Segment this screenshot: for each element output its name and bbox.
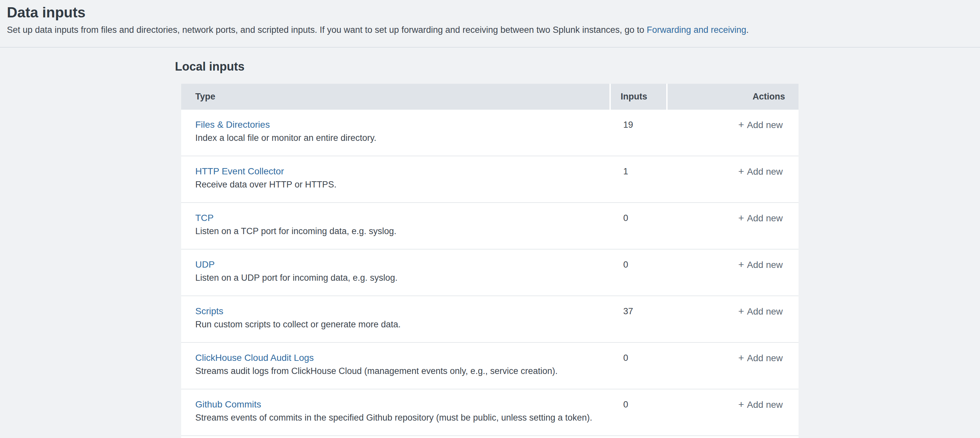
table-row: Github Commits Streams events of commits… xyxy=(181,389,799,436)
inputs-count: 0 xyxy=(609,343,665,389)
column-header-type: Type xyxy=(181,84,609,110)
inputs-count: 1 xyxy=(609,156,665,202)
input-type-link[interactable]: Scripts xyxy=(195,305,223,318)
local-inputs-section: Local inputs Type Inputs Actions Files &… xyxy=(175,48,980,438)
table-row: Files & Directories Index a local file o… xyxy=(181,110,799,156)
input-type-description: Index a local file or monitor an entire … xyxy=(195,131,609,145)
table-row: UDP Listen on a UDP port for incoming da… xyxy=(181,250,799,296)
plus-icon: + xyxy=(738,259,745,270)
page-subtitle-text: Set up data inputs from files and direct… xyxy=(7,25,647,35)
column-header-inputs: Inputs xyxy=(611,84,666,110)
inputs-count: 37 xyxy=(609,296,665,342)
inputs-count: 0 xyxy=(609,203,665,249)
inputs-count: 19 xyxy=(609,110,665,156)
page-title: Data inputs xyxy=(7,3,980,22)
page-subtitle-period: . xyxy=(746,25,749,35)
add-new-label: Add new xyxy=(747,213,783,223)
table-header-row: Type Inputs Actions xyxy=(181,84,799,110)
plus-icon: + xyxy=(738,352,745,363)
input-type-link[interactable]: TCP xyxy=(195,212,214,225)
table-row: ClickHouse Cloud Audit Logs Streams audi… xyxy=(181,343,799,389)
input-type-link[interactable]: Files & Directories xyxy=(195,118,270,131)
add-new-label: Add new xyxy=(747,400,783,410)
add-new-label: Add new xyxy=(747,306,783,317)
add-new-label: Add new xyxy=(747,260,783,270)
data-inputs-table: Type Inputs Actions Files & Directories … xyxy=(181,84,799,438)
section-heading: Local inputs xyxy=(175,59,980,74)
table-row: TCP Listen on a TCP port for incoming da… xyxy=(181,203,799,250)
add-new-button[interactable]: +Add new xyxy=(738,212,783,225)
input-type-link[interactable]: HTTP Event Collector xyxy=(195,165,284,178)
add-new-button[interactable]: +Add new xyxy=(738,398,783,411)
plus-icon: + xyxy=(738,399,745,410)
table-row: Scripts Run custom scripts to collect or… xyxy=(181,296,799,343)
plus-icon: + xyxy=(738,166,745,177)
add-new-label: Add new xyxy=(747,353,783,363)
add-new-button[interactable]: +Add new xyxy=(738,258,783,272)
table-row-partial xyxy=(181,436,799,438)
add-new-button[interactable]: +Add new xyxy=(738,118,783,132)
input-type-description: Streams audit logs from ClickHouse Cloud… xyxy=(195,365,609,377)
add-new-button[interactable]: +Add new xyxy=(738,305,783,318)
page-header: Data inputs Set up data inputs from file… xyxy=(0,0,980,48)
input-type-link[interactable]: UDP xyxy=(195,258,215,271)
page-subtitle: Set up data inputs from files and direct… xyxy=(7,24,980,35)
inputs-count: 0 xyxy=(609,250,665,296)
input-type-link[interactable]: Github Commits xyxy=(195,398,261,411)
input-type-description: Streams events of commits in the specifi… xyxy=(195,411,609,424)
inputs-count: 0 xyxy=(609,389,665,435)
input-type-description: Run custom scripts to collect or generat… xyxy=(195,318,609,331)
input-type-description: Listen on a TCP port for incoming data, … xyxy=(195,225,609,238)
input-type-description: Receive data over HTTP or HTTPS. xyxy=(195,178,609,191)
forwarding-and-receiving-link[interactable]: Forwarding and receiving xyxy=(647,25,746,35)
column-header-actions: Actions xyxy=(668,84,799,110)
add-new-button[interactable]: +Add new xyxy=(738,165,783,178)
plus-icon: + xyxy=(738,119,745,130)
plus-icon: + xyxy=(738,212,745,223)
table-row: HTTP Event Collector Receive data over H… xyxy=(181,156,799,203)
input-type-description: Listen on a UDP port for incoming data, … xyxy=(195,271,609,284)
add-new-label: Add new xyxy=(747,166,783,177)
plus-icon: + xyxy=(738,306,745,317)
add-new-label: Add new xyxy=(747,120,783,130)
input-type-link[interactable]: ClickHouse Cloud Audit Logs xyxy=(195,351,314,365)
add-new-button[interactable]: +Add new xyxy=(738,351,783,365)
